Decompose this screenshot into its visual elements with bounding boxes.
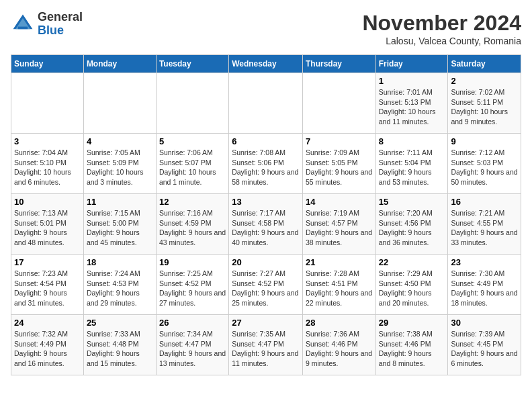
calendar-week-4: 17Sunrise: 7:23 AM Sunset: 4:54 PM Dayli… — [11, 255, 521, 315]
day-number: 7 — [306, 136, 373, 146]
day-info: Sunrise: 7:17 AM Sunset: 4:58 PM Dayligh… — [232, 208, 300, 248]
day-header-saturday: Saturday — [448, 55, 521, 73]
calendar-cell: 9Sunrise: 7:12 AM Sunset: 5:03 PM Daylig… — [448, 134, 521, 194]
day-number: 26 — [159, 318, 226, 328]
month-title: November 2024 — [362, 11, 521, 36]
calendar-header-row: SundayMondayTuesdayWednesdayThursdayFrid… — [11, 55, 521, 73]
calendar-cell: 16Sunrise: 7:21 AM Sunset: 4:55 PM Dayli… — [448, 194, 521, 255]
calendar-cell — [229, 73, 303, 134]
day-info: Sunrise: 7:20 AM Sunset: 4:56 PM Dayligh… — [379, 208, 445, 248]
day-info: Sunrise: 7:21 AM Sunset: 4:55 PM Dayligh… — [451, 208, 518, 248]
day-info: Sunrise: 7:35 AM Sunset: 4:47 PM Dayligh… — [232, 329, 300, 369]
day-info: Sunrise: 7:02 AM Sunset: 5:11 PM Dayligh… — [451, 87, 518, 127]
calendar-cell: 25Sunrise: 7:33 AM Sunset: 4:48 PM Dayli… — [83, 315, 156, 375]
day-number: 30 — [451, 318, 518, 328]
calendar-week-2: 3Sunrise: 7:04 AM Sunset: 5:10 PM Daylig… — [11, 134, 521, 194]
day-number: 16 — [451, 197, 518, 207]
calendar-cell: 13Sunrise: 7:17 AM Sunset: 4:58 PM Dayli… — [229, 194, 303, 255]
day-info: Sunrise: 7:25 AM Sunset: 4:52 PM Dayligh… — [159, 269, 226, 308]
day-number: 15 — [379, 197, 445, 207]
day-header-friday: Friday — [375, 55, 448, 73]
day-info: Sunrise: 7:15 AM Sunset: 5:00 PM Dayligh… — [87, 208, 153, 248]
calendar-cell: 12Sunrise: 7:16 AM Sunset: 4:59 PM Dayli… — [156, 194, 228, 255]
day-number: 9 — [451, 136, 518, 146]
calendar-cell: 15Sunrise: 7:20 AM Sunset: 4:56 PM Dayli… — [375, 194, 448, 255]
day-info: Sunrise: 7:23 AM Sunset: 4:54 PM Dayligh… — [14, 269, 81, 308]
day-number: 12 — [159, 197, 226, 207]
day-info: Sunrise: 7:06 AM Sunset: 5:07 PM Dayligh… — [159, 148, 226, 187]
calendar-cell: 1Sunrise: 7:01 AM Sunset: 5:13 PM Daylig… — [375, 73, 448, 134]
day-number: 11 — [87, 197, 153, 207]
day-info: Sunrise: 7:30 AM Sunset: 4:49 PM Dayligh… — [451, 269, 518, 308]
calendar-week-1: 1Sunrise: 7:01 AM Sunset: 5:13 PM Daylig… — [11, 73, 521, 134]
day-number: 17 — [14, 257, 81, 267]
day-info: Sunrise: 7:04 AM Sunset: 5:10 PM Dayligh… — [14, 148, 81, 187]
calendar-cell: 26Sunrise: 7:34 AM Sunset: 4:47 PM Dayli… — [156, 315, 228, 375]
day-number: 13 — [232, 197, 300, 207]
calendar-cell: 7Sunrise: 7:09 AM Sunset: 5:05 PM Daylig… — [302, 134, 375, 194]
calendar-cell: 18Sunrise: 7:24 AM Sunset: 4:53 PM Dayli… — [83, 255, 156, 315]
day-number: 19 — [159, 257, 226, 267]
calendar-cell: 24Sunrise: 7:32 AM Sunset: 4:49 PM Dayli… — [11, 315, 84, 375]
day-number: 3 — [14, 136, 81, 146]
day-info: Sunrise: 7:28 AM Sunset: 4:51 PM Dayligh… — [306, 269, 373, 308]
day-number: 28 — [306, 318, 373, 328]
calendar-cell: 22Sunrise: 7:29 AM Sunset: 4:50 PM Dayli… — [375, 255, 448, 315]
logo-icon — [11, 12, 35, 36]
day-header-monday: Monday — [83, 55, 156, 73]
day-info: Sunrise: 7:27 AM Sunset: 4:52 PM Dayligh… — [232, 269, 300, 308]
day-number: 23 — [451, 257, 518, 267]
day-header-wednesday: Wednesday — [229, 55, 303, 73]
calendar-cell: 14Sunrise: 7:19 AM Sunset: 4:57 PM Dayli… — [302, 194, 375, 255]
day-number: 24 — [14, 318, 81, 328]
day-header-tuesday: Tuesday — [156, 55, 228, 73]
day-info: Sunrise: 7:16 AM Sunset: 4:59 PM Dayligh… — [159, 208, 226, 248]
day-info: Sunrise: 7:38 AM Sunset: 4:46 PM Dayligh… — [379, 329, 445, 369]
location-title: Lalosu, Valcea County, Romania — [362, 36, 521, 46]
day-number: 4 — [87, 136, 153, 146]
calendar-table: SundayMondayTuesdayWednesdayThursdayFrid… — [11, 54, 521, 375]
calendar-week-3: 10Sunrise: 7:13 AM Sunset: 5:01 PM Dayli… — [11, 194, 521, 255]
day-header-sunday: Sunday — [11, 55, 84, 73]
day-info: Sunrise: 7:39 AM Sunset: 4:45 PM Dayligh… — [451, 329, 518, 369]
day-number: 1 — [379, 76, 445, 86]
calendar-cell: 29Sunrise: 7:38 AM Sunset: 4:46 PM Dayli… — [375, 315, 448, 375]
calendar-cell — [302, 73, 375, 134]
day-info: Sunrise: 7:01 AM Sunset: 5:13 PM Dayligh… — [379, 87, 445, 127]
day-number: 14 — [306, 197, 373, 207]
day-number: 29 — [379, 318, 445, 328]
day-info: Sunrise: 7:05 AM Sunset: 5:09 PM Dayligh… — [87, 148, 153, 187]
calendar-cell: 27Sunrise: 7:35 AM Sunset: 4:47 PM Dayli… — [229, 315, 303, 375]
calendar-cell: 3Sunrise: 7:04 AM Sunset: 5:10 PM Daylig… — [11, 134, 84, 194]
day-info: Sunrise: 7:34 AM Sunset: 4:47 PM Dayligh… — [159, 329, 226, 369]
calendar-cell: 10Sunrise: 7:13 AM Sunset: 5:01 PM Dayli… — [11, 194, 84, 255]
day-number: 8 — [379, 136, 445, 146]
calendar-cell: 4Sunrise: 7:05 AM Sunset: 5:09 PM Daylig… — [83, 134, 156, 194]
calendar-cell — [83, 73, 156, 134]
calendar-cell: 11Sunrise: 7:15 AM Sunset: 5:00 PM Dayli… — [83, 194, 156, 255]
day-info: Sunrise: 7:29 AM Sunset: 4:50 PM Dayligh… — [379, 269, 445, 308]
calendar-cell: 19Sunrise: 7:25 AM Sunset: 4:52 PM Dayli… — [156, 255, 228, 315]
calendar-cell: 30Sunrise: 7:39 AM Sunset: 4:45 PM Dayli… — [448, 315, 521, 375]
calendar-cell: 23Sunrise: 7:30 AM Sunset: 4:49 PM Dayli… — [448, 255, 521, 315]
day-number: 5 — [159, 136, 226, 146]
calendar-cell — [11, 73, 84, 134]
day-info: Sunrise: 7:12 AM Sunset: 5:03 PM Dayligh… — [451, 148, 518, 187]
calendar-cell — [156, 73, 228, 134]
day-info: Sunrise: 7:33 AM Sunset: 4:48 PM Dayligh… — [87, 329, 153, 369]
day-info: Sunrise: 7:09 AM Sunset: 5:05 PM Dayligh… — [306, 148, 373, 187]
day-info: Sunrise: 7:11 AM Sunset: 5:04 PM Dayligh… — [379, 148, 445, 187]
day-number: 20 — [232, 257, 300, 267]
calendar-cell: 20Sunrise: 7:27 AM Sunset: 4:52 PM Dayli… — [229, 255, 303, 315]
day-number: 21 — [306, 257, 373, 267]
day-number: 22 — [379, 257, 445, 267]
title-block: November 2024 Lalosu, Valcea County, Rom… — [362, 11, 521, 46]
calendar-cell: 8Sunrise: 7:11 AM Sunset: 5:04 PM Daylig… — [375, 134, 448, 194]
calendar-cell: 6Sunrise: 7:08 AM Sunset: 5:06 PM Daylig… — [229, 134, 303, 194]
day-info: Sunrise: 7:36 AM Sunset: 4:46 PM Dayligh… — [306, 329, 373, 369]
svg-rect-2 — [18, 26, 28, 29]
day-header-thursday: Thursday — [302, 55, 375, 73]
calendar-cell: 5Sunrise: 7:06 AM Sunset: 5:07 PM Daylig… — [156, 134, 228, 194]
day-number: 18 — [87, 257, 153, 267]
day-number: 25 — [87, 318, 153, 328]
